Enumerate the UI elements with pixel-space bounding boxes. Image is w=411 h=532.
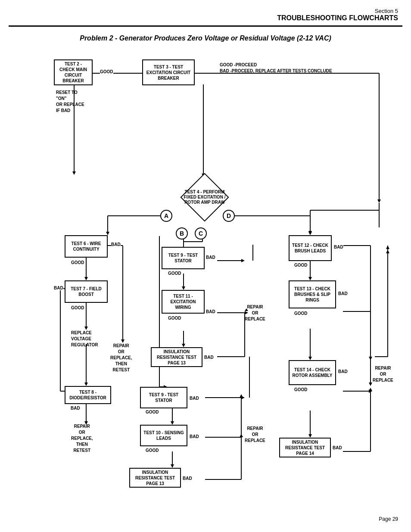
- svg-marker-75: [308, 434, 312, 438]
- svg-marker-36: [182, 286, 185, 290]
- insul3-box: INSULATION RESISTANCE TEST PAGE 14: [279, 438, 331, 457]
- good-label-9a: GOOD: [168, 271, 181, 276]
- svg-marker-51: [241, 396, 245, 399]
- page-title: Problem 2 - Generator Produces Zero Volt…: [0, 34, 411, 42]
- good-label-7: GOOD: [71, 305, 84, 310]
- svg-marker-56: [240, 394, 243, 398]
- circle-a: A: [160, 210, 172, 222]
- svg-marker-81: [386, 246, 389, 249]
- svg-marker-71: [308, 357, 312, 360]
- test4-diamond: TEST 4 - PERFORM FIXED EXCITATION / ROTO…: [183, 176, 226, 219]
- insul2-box: INSULATION RESISTANCE TEST PAGE 13: [129, 468, 181, 488]
- page-number: Page 29: [0, 512, 411, 526]
- bad-label-9a: BAD: [206, 255, 215, 260]
- bad-label-6: BAD: [111, 242, 121, 247]
- test6-box: TEST 6 - WIRE CONTINUITY: [65, 235, 108, 258]
- test13-box: TEST 13 - CHECK BRUSHES & SLIP RINGS: [289, 280, 336, 308]
- flowchart-svg: [9, 47, 402, 512]
- repair-replace-mid: REPAIRORREPLACE: [245, 304, 265, 322]
- svg-marker-32: [84, 383, 88, 386]
- test10-box: TEST 10 - SENSING LEADS: [140, 425, 187, 446]
- section-title: TROUBLESHOOTING FLOWCHARTS: [13, 14, 398, 22]
- test9b-box: TEST 9 - TEST STATOR: [140, 387, 187, 408]
- svg-marker-66: [369, 383, 372, 386]
- good-label-9b: GOOD: [146, 410, 159, 414]
- svg-marker-48: [171, 421, 174, 425]
- test9a-box: TEST 9 - TEST STATOR: [162, 247, 205, 269]
- good-label-12: GOOD: [294, 263, 308, 268]
- good-label-11: GOOD: [168, 316, 181, 320]
- circle-d: D: [223, 210, 235, 222]
- svg-marker-5: [377, 199, 381, 203]
- header: Section 5 TROUBLESHOOTING FLOWCHARTS: [0, 0, 411, 25]
- svg-marker-24: [121, 339, 125, 343]
- bad-label-13: BAD: [338, 291, 348, 296]
- svg-marker-26: [84, 327, 88, 330]
- good-label-6: GOOD: [71, 260, 84, 265]
- svg-marker-86: [308, 231, 312, 234]
- svg-marker-78: [369, 388, 372, 391]
- bad-label-insul2: BAD: [183, 476, 192, 481]
- circle-b: B: [176, 227, 188, 240]
- svg-marker-12: [106, 232, 109, 235]
- bad-label-10: BAD: [190, 434, 199, 439]
- bad-label-11: BAD: [206, 309, 215, 314]
- test3-box: TEST 3 - TEST EXCITATION CIRCUIT BREAKER: [142, 59, 195, 85]
- good-label-10: GOOD: [146, 448, 159, 453]
- svg-marker-63: [308, 277, 312, 280]
- test11-box: TEST 11 - EXCITATION WIRING: [162, 290, 205, 314]
- bad-label-8: BAD: [71, 406, 80, 411]
- replace-vr-label: REPLACEVOLTAGEREGULATOR: [71, 330, 98, 348]
- svg-marker-58: [171, 464, 174, 468]
- svg-marker-7: [72, 171, 76, 175]
- bad-label-14: BAD: [338, 369, 348, 374]
- svg-marker-61: [240, 434, 243, 437]
- flowchart: TEST 2 - CHECK MAIN CIRCUIT BREAKER GOOD…: [9, 47, 402, 512]
- bad-label-12: BAD: [334, 245, 343, 249]
- test7-box: TEST 7 - FIELD BOOST: [65, 280, 108, 303]
- good-label-1: GOOD: [100, 69, 113, 74]
- repair-replace-right: REPAIRORREPLACE: [373, 365, 393, 383]
- svg-marker-21: [84, 277, 88, 280]
- good-bad-proceed: GOOD -PROCEED BAD -PROCEED, REPLACE AFTE…: [220, 62, 332, 74]
- insul1-box: INSULATION RESISTANCE TEST PAGE 13: [151, 347, 202, 367]
- svg-marker-19: [308, 232, 312, 235]
- svg-marker-69: [369, 357, 372, 360]
- svg-marker-38: [241, 259, 245, 262]
- test14-box: TEST 14 - CHECK ROTOR ASSEMBLY: [289, 360, 336, 385]
- bad-label-9b: BAD: [190, 396, 199, 401]
- test2-box: TEST 2 - CHECK MAIN CIRCUIT BREAKER: [54, 59, 93, 85]
- repair-replace-lower: REPAIRORREPLACE: [245, 426, 265, 444]
- repair-replace-retest-left: REPAIRORREPLACE,THENRETEST: [110, 343, 132, 373]
- test8-box: TEST 8 - DIODE/RESISTOR: [65, 386, 111, 404]
- svg-marker-73: [369, 389, 372, 393]
- svg-marker-82: [386, 250, 389, 253]
- bad-label-insul3: BAD: [333, 445, 342, 450]
- svg-marker-43: [182, 344, 185, 347]
- good-label-13: GOOD: [294, 311, 308, 316]
- bad-label-insul1: BAD: [204, 355, 214, 360]
- section-label: Section 5: [13, 8, 398, 14]
- good-label-14: GOOD: [294, 387, 308, 392]
- repair-replace-retest-bl: REPAIRORREPLACE,THENRETEST: [71, 423, 93, 454]
- reset-label: RESET TO"ON"OR REPLACEIF BAD: [56, 90, 84, 114]
- bad-label-7: BAD: [54, 286, 63, 290]
- circle-c: C: [195, 227, 207, 240]
- header-divider: [9, 25, 402, 27]
- test12-box: TEST 12 - CHECK BRUSH LEADS: [289, 235, 332, 261]
